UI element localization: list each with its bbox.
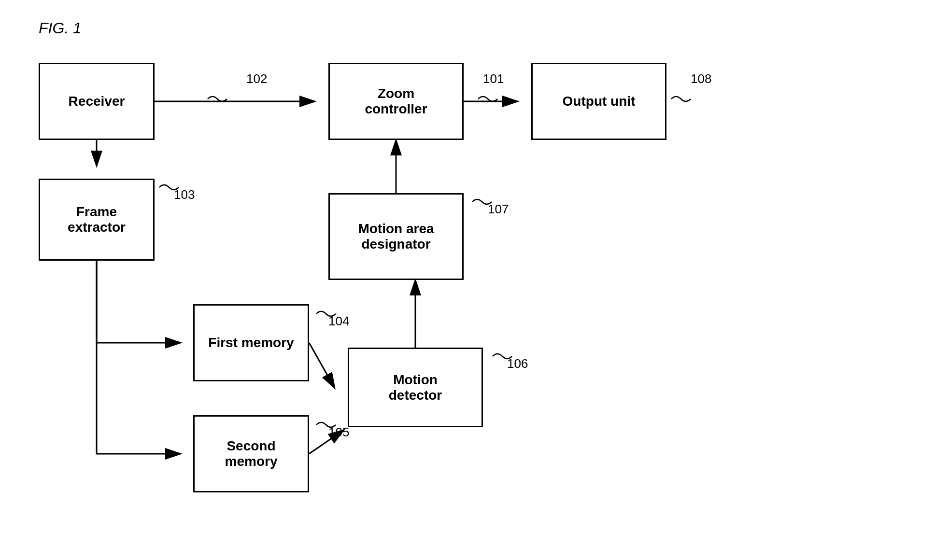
label-101: 101 (483, 71, 504, 86)
second-memory-label: Secondmemory (225, 438, 278, 469)
motion-detector-label: Motiondetector (389, 372, 442, 403)
second-memory-block: Secondmemory (193, 415, 309, 492)
figure-label: FIG. 1 (39, 19, 82, 37)
output-unit-block: Output unit (531, 63, 666, 140)
diagram: FIG. 1 Receiver Zoomcontroller Output un… (0, 0, 949, 560)
label-108: 108 (691, 71, 711, 86)
first-memory-block: First memory (193, 304, 309, 381)
label-106: 106 (507, 356, 528, 371)
zoom-controller-label: Zoomcontroller (365, 86, 427, 117)
frame-extractor-block: Frameextractor (39, 179, 155, 261)
motion-area-designator-block: Motion areadesignator (328, 193, 464, 280)
receiver-block: Receiver (39, 63, 155, 140)
label-105: 105 (328, 425, 349, 440)
label-102: 102 (246, 71, 267, 86)
label-103: 103 (174, 187, 195, 202)
label-104: 104 (328, 314, 349, 329)
svg-line-4 (309, 343, 334, 387)
zoom-controller-block: Zoomcontroller (328, 63, 464, 140)
motion-detector-block: Motiondetector (348, 348, 483, 427)
label-107: 107 (488, 202, 509, 217)
frame-extractor-label: Frameextractor (68, 204, 126, 235)
receiver-label: Receiver (69, 94, 125, 109)
first-memory-label: First memory (208, 335, 294, 350)
motion-area-designator-label: Motion areadesignator (358, 221, 434, 252)
output-unit-label: Output unit (563, 94, 636, 109)
